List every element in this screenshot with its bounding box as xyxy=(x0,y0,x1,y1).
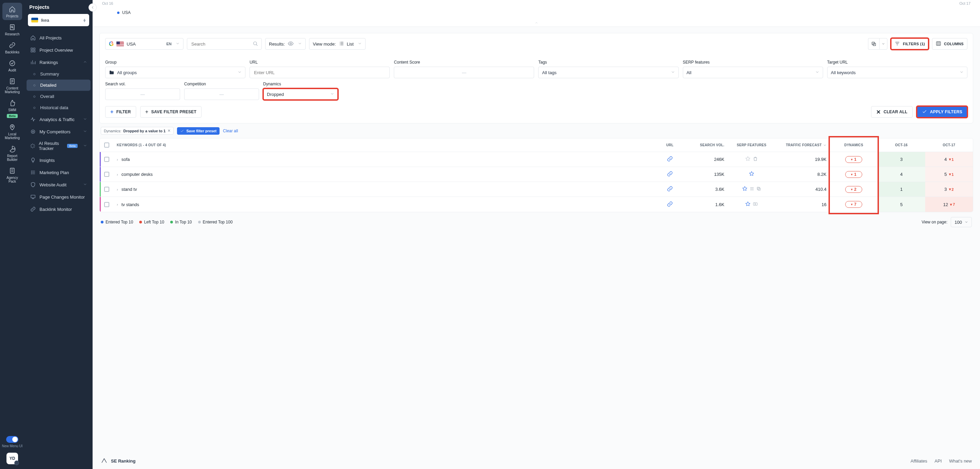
us-flag-icon xyxy=(116,41,124,47)
rail-local-marketing[interactable]: Local Marketing xyxy=(2,121,22,142)
searchvol-input[interactable]: — xyxy=(105,89,180,100)
content-score-input[interactable]: — xyxy=(394,67,534,78)
th-traffic[interactable]: TRAFFIC FORECAST xyxy=(775,143,830,147)
th-serp[interactable]: SERP FEATURES xyxy=(728,143,775,147)
footer-api[interactable]: API xyxy=(935,458,942,464)
new-ui-toggle[interactable] xyxy=(6,436,18,443)
rail-smm[interactable]: SMMBeta xyxy=(2,97,22,120)
expand-icon[interactable]: › xyxy=(117,187,118,192)
footer-affiliates[interactable]: Affiliates xyxy=(910,458,927,464)
copy-dropdown[interactable] xyxy=(879,38,888,50)
dynamics-chip[interactable]: Dynamics:Dropped by a value to 1✕ xyxy=(101,127,173,135)
list-icon xyxy=(339,41,344,47)
project-select[interactable]: Ikea ▴▾ xyxy=(28,14,89,26)
th-dynamics[interactable]: DYNAMICS xyxy=(830,143,878,147)
add-filter-button[interactable]: +FILTER xyxy=(105,106,136,118)
rail-projects[interactable]: Projects xyxy=(2,3,22,20)
row-checkbox[interactable] xyxy=(104,172,109,177)
th-searchvol[interactable]: SEARCH VOL. xyxy=(684,143,728,147)
chevron-down-icon xyxy=(959,70,964,75)
keyword-text[interactable]: tv stands xyxy=(121,202,139,207)
nav-backlink-monitor[interactable]: Backlink Monitor xyxy=(27,203,91,215)
rail-backlinks[interactable]: Backlinks xyxy=(2,39,22,56)
row-checkbox[interactable] xyxy=(104,157,109,162)
rail-report-builder[interactable]: Report Builder xyxy=(2,143,22,163)
gear-icon xyxy=(14,461,19,465)
nav-all-projects[interactable]: All Projects xyxy=(27,32,91,44)
th-oct16[interactable]: OCT-16 xyxy=(878,143,925,147)
results-select[interactable]: Results: xyxy=(265,38,305,50)
url-link-icon[interactable] xyxy=(667,156,673,163)
sidebar-title: Projects xyxy=(24,4,92,14)
table-row: ›sofa246K19.9K▾134▾1 xyxy=(100,152,973,167)
traffic-cell: 8.2K xyxy=(775,167,830,182)
oct17-cell: 4▾1 xyxy=(925,152,973,166)
serp-select[interactable]: All xyxy=(683,67,823,78)
th-oct17[interactable]: OCT-17 xyxy=(925,143,973,147)
nav-insights[interactable]: Insights xyxy=(27,154,91,166)
keyword-text[interactable]: computer desks xyxy=(121,172,153,177)
target-label: Target URL xyxy=(827,60,967,65)
nav-rankings-overall[interactable]: Overall xyxy=(27,91,91,102)
nav-marketing-plan[interactable]: Marketing Plan xyxy=(27,166,91,179)
competition-input[interactable]: — xyxy=(184,89,259,100)
apply-filters-button[interactable]: APPLY FILTERS xyxy=(917,106,967,118)
sidebar-collapse-button[interactable] xyxy=(89,3,97,11)
nav-rankings-historical-data[interactable]: Historical data xyxy=(27,102,91,113)
group-select[interactable]: All groups xyxy=(105,67,245,78)
nav-ai-results[interactable]: AI Results TrackerBeta xyxy=(27,138,91,154)
expand-icon[interactable]: › xyxy=(117,173,118,176)
chevron-down-icon xyxy=(330,92,334,97)
country-select[interactable]: G USA EN xyxy=(105,38,183,50)
chart-date-left: Oct 16 xyxy=(102,2,113,5)
sidebar-nav: All Projects Project Overview Rankings S… xyxy=(24,31,92,216)
url-link-icon[interactable] xyxy=(667,171,673,178)
nav-competitors[interactable]: My Competitors xyxy=(27,125,91,138)
close-icon[interactable]: ✕ xyxy=(167,128,170,133)
expand-icon[interactable]: › xyxy=(117,202,118,206)
footer-whatsnew[interactable]: What's new xyxy=(949,458,972,464)
row-checkbox[interactable] xyxy=(104,202,109,207)
rail-research[interactable]: Research xyxy=(2,21,22,38)
search-input[interactable] xyxy=(187,38,262,50)
filters-button[interactable]: FILTERS (1) xyxy=(891,38,929,50)
nav-page-changes[interactable]: Page Changes Monitor xyxy=(27,191,91,203)
dynamics-select[interactable]: Dropped xyxy=(263,89,338,100)
clear-all-link[interactable]: Clear all xyxy=(223,128,238,133)
copy-button[interactable] xyxy=(868,38,879,50)
columns-button[interactable]: COLUMNS xyxy=(932,38,967,50)
rail-audit[interactable]: Audit xyxy=(2,57,22,74)
check-circle-icon xyxy=(8,60,16,67)
collapse-chart-button[interactable] xyxy=(102,20,970,25)
nav-rankings[interactable]: Rankings xyxy=(27,56,91,68)
keyword-text[interactable]: stand tv xyxy=(121,187,137,192)
tags-select[interactable]: All tags xyxy=(538,67,678,78)
star-icon xyxy=(745,156,751,163)
url-link-icon[interactable] xyxy=(667,201,673,208)
th-url[interactable]: URL xyxy=(656,143,684,147)
account-avatar[interactable]: YD xyxy=(6,453,18,464)
per-page-select[interactable]: 100 xyxy=(951,217,972,227)
nav-analytics[interactable]: Analytics & Traffic xyxy=(27,113,91,125)
expand-icon[interactable]: › xyxy=(117,157,118,162)
url-input[interactable] xyxy=(250,67,390,78)
keyword-text[interactable]: sofa xyxy=(121,157,130,162)
save-preset-chip[interactable]: Save filter preset xyxy=(177,127,220,135)
search-field[interactable] xyxy=(191,41,245,47)
nav-project-overview[interactable]: Project Overview xyxy=(27,44,91,56)
oct16-cell: 5 xyxy=(878,197,925,212)
th-keywords[interactable]: KEYWORDS (1 - 4 OUT OF 4) xyxy=(113,143,656,147)
url-link-icon[interactable] xyxy=(667,186,673,193)
oct17-cell: 5▾1 xyxy=(925,167,973,182)
nav-rankings-summary[interactable]: Summary xyxy=(27,68,91,79)
target-select[interactable]: All keywords xyxy=(827,67,967,78)
rail-content-marketing[interactable]: Content Marketing xyxy=(2,75,22,96)
nav-rankings-detailed[interactable]: Detailed xyxy=(27,79,91,91)
clear-all-button[interactable]: ✕CLEAR ALL xyxy=(871,106,913,118)
rail-agency-pack[interactable]: Agency Pack xyxy=(2,164,22,185)
nav-website-audit[interactable]: Website Audit xyxy=(27,179,91,191)
select-all-checkbox[interactable] xyxy=(104,143,109,147)
viewmode-select[interactable]: View mode: List xyxy=(309,38,366,50)
save-preset-button[interactable]: +SAVE FILTER PRESET xyxy=(140,106,202,118)
row-checkbox[interactable] xyxy=(104,187,109,192)
